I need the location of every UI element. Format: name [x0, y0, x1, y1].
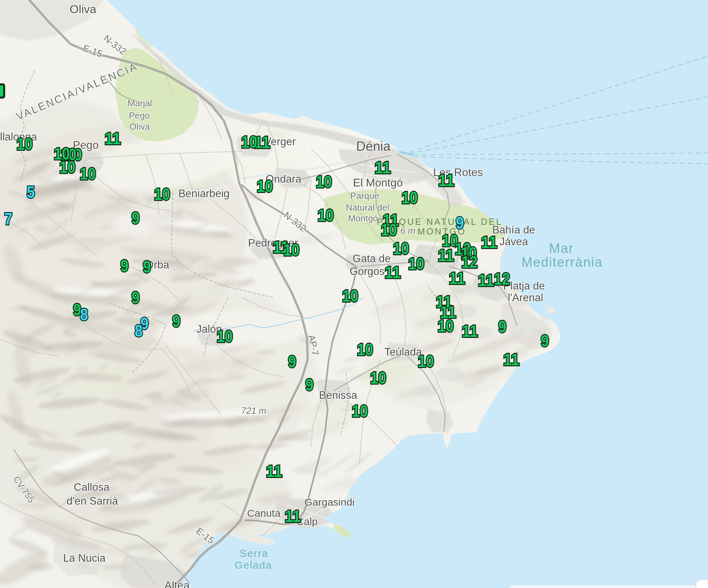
svg-text:d'en Sarrià: d'en Sarrià [67, 495, 119, 507]
svg-text:10: 10 [370, 368, 386, 387]
svg-text:Gargasindi: Gargasindi [304, 496, 354, 508]
svg-text:10: 10 [393, 239, 409, 258]
svg-text:9: 9 [498, 317, 506, 336]
svg-text:10: 10 [318, 206, 334, 224]
svg-text:Jávea: Jávea [500, 236, 528, 248]
svg-text:Teùlada: Teùlada [384, 346, 422, 358]
svg-text:El Montgó: El Montgó [353, 176, 403, 189]
svg-text:Beniarbeig: Beniarbeig [178, 187, 230, 200]
svg-text:11: 11 [478, 271, 494, 290]
svg-text:9: 9 [456, 213, 464, 232]
svg-text:Montgó: Montgó [348, 213, 378, 223]
svg-text:5: 5 [27, 183, 35, 201]
svg-text:8: 8 [80, 305, 88, 324]
svg-text:10: 10 [80, 164, 96, 183]
svg-text:10: 10 [408, 254, 424, 273]
svg-text:9: 9 [131, 288, 139, 307]
svg-text:Gelada: Gelada [235, 559, 272, 571]
svg-text:11: 11 [385, 263, 401, 282]
svg-text:11: 11 [375, 158, 391, 177]
svg-text:Mar: Mar [549, 241, 574, 256]
svg-text:Gorgos: Gorgos [350, 265, 385, 277]
svg-text:721 m: 721 m [241, 405, 266, 416]
svg-text:Dénia: Dénia [356, 139, 391, 154]
svg-text:11: 11 [449, 269, 465, 287]
svg-text:Marjal.: Marjal. [128, 98, 155, 108]
svg-text:10: 10 [154, 185, 170, 203]
svg-text:10: 10 [402, 188, 418, 207]
svg-text:Oliva: Oliva [129, 121, 150, 132]
svg-text:10: 10 [316, 172, 332, 191]
svg-text:Pego: Pego [129, 110, 150, 121]
svg-text:10: 10 [59, 158, 75, 176]
svg-text:12: 12 [462, 252, 477, 271]
svg-text:l'Arenal: l'Arenal [508, 292, 543, 304]
svg-text:10: 10 [342, 286, 358, 305]
svg-text:Serra: Serra [240, 548, 268, 559]
svg-text:11: 11 [438, 171, 454, 190]
svg-text:Mediterrània: Mediterrània [521, 255, 603, 269]
svg-text:Benissa: Benissa [319, 389, 357, 401]
svg-text:9: 9 [541, 331, 549, 350]
svg-text:La Nucia: La Nucia [63, 552, 106, 564]
svg-text:10: 10 [418, 352, 434, 370]
svg-text:10: 10 [241, 132, 257, 151]
svg-text:11: 11 [266, 462, 282, 480]
svg-text:9: 9 [120, 256, 128, 275]
svg-text:10: 10 [217, 327, 233, 346]
svg-text:Altea: Altea [165, 579, 190, 588]
svg-text:11: 11 [481, 233, 497, 251]
svg-text:10: 10 [381, 220, 397, 239]
svg-text:9: 9 [172, 312, 180, 330]
svg-text:9: 9 [305, 375, 313, 394]
svg-text:8: 8 [134, 321, 142, 340]
svg-text:Oliva: Oliva [69, 2, 96, 16]
svg-text:Bahía de: Bahía de [492, 224, 535, 236]
svg-text:12: 12 [494, 269, 510, 288]
svg-text:10: 10 [17, 135, 32, 153]
svg-text:7: 7 [4, 209, 12, 228]
svg-text:9: 9 [143, 257, 151, 276]
svg-text:6 m: 6 m [400, 226, 415, 236]
svg-text:10: 10 [357, 340, 373, 359]
svg-text:11: 11 [105, 129, 121, 148]
svg-text:11: 11 [503, 350, 519, 369]
svg-text:11: 11 [285, 507, 301, 525]
svg-text:Canuta: Canuta [247, 507, 281, 519]
svg-text:Callosa: Callosa [74, 481, 110, 493]
svg-text:11: 11 [462, 322, 478, 340]
svg-text:10: 10 [352, 402, 368, 420]
svg-text:11: 11 [438, 246, 454, 265]
svg-text:9: 9 [131, 209, 139, 227]
svg-text:10: 10 [438, 316, 454, 335]
svg-text:9: 9 [288, 352, 296, 371]
svg-text:10: 10 [283, 240, 299, 259]
svg-text:Parque: Parque [350, 191, 379, 201]
svg-text:10: 10 [257, 177, 273, 195]
